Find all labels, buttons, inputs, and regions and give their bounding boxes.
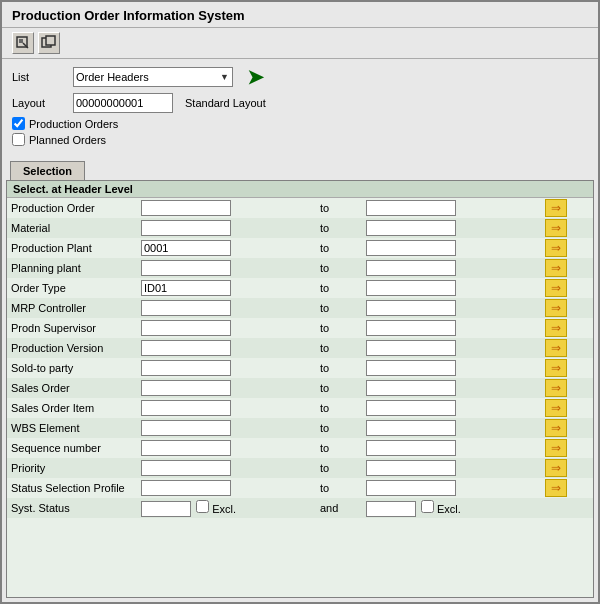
list-select[interactable]: Order Headers xyxy=(73,67,233,87)
form-section: List Order Headers ➤ Layout Standard Lay… xyxy=(2,59,598,155)
table-row: Status Selection Profile to ⇒ xyxy=(7,478,593,498)
layout-label: Layout xyxy=(12,97,67,109)
arrow-button[interactable]: ⇒ xyxy=(545,279,567,297)
arrow-button[interactable]: ⇒ xyxy=(545,459,567,477)
planned-orders-row: Planned Orders xyxy=(12,133,588,146)
main-window: Production Order Information System List… xyxy=(0,0,600,604)
table-row: Planning plant to ⇒ xyxy=(7,258,593,278)
field-input-2[interactable] xyxy=(366,380,456,396)
field-input-2[interactable] xyxy=(366,220,456,236)
svg-rect-1 xyxy=(19,39,23,43)
arrow-button[interactable]: ⇒ xyxy=(545,379,567,397)
to-label: to xyxy=(316,378,362,398)
field-label: Sales Order xyxy=(7,378,137,398)
field-label: Production Plant xyxy=(7,238,137,258)
layout-input[interactable] xyxy=(73,93,173,113)
field-input-1[interactable] xyxy=(141,420,231,436)
field-label: Sold-to party xyxy=(7,358,137,378)
table-row: Production Plant to ⇒ xyxy=(7,238,593,258)
section-header: Select. at Header Level xyxy=(7,181,593,198)
field-input-1[interactable] xyxy=(141,240,231,256)
to-label: to xyxy=(316,398,362,418)
field-input-2[interactable] xyxy=(366,340,456,356)
field-label-syst-status: Syst. Status xyxy=(7,498,137,518)
field-input-1[interactable] xyxy=(141,380,231,396)
list-label: List xyxy=(12,71,67,83)
toolbar-btn-2[interactable] xyxy=(38,32,60,54)
field-input-syst-status-2[interactable] xyxy=(366,501,416,517)
field-label: Production Order xyxy=(7,198,137,218)
production-orders-row: Production Orders xyxy=(12,117,588,130)
field-input-1[interactable] xyxy=(141,480,231,496)
field-label: Order Type xyxy=(7,278,137,298)
svg-rect-4 xyxy=(46,36,55,45)
field-input-2[interactable] xyxy=(366,200,456,216)
production-orders-checkbox[interactable] xyxy=(12,117,25,130)
field-label: Sales Order Item xyxy=(7,398,137,418)
field-input-1[interactable] xyxy=(141,400,231,416)
to-label: to xyxy=(316,278,362,298)
tab-selection[interactable]: Selection xyxy=(10,161,85,180)
excl-checkbox-1[interactable] xyxy=(196,500,209,513)
field-label: Status Selection Profile xyxy=(7,478,137,498)
field-input-2[interactable] xyxy=(366,440,456,456)
arrow-button[interactable]: ⇒ xyxy=(545,319,567,337)
arrow-button[interactable]: ⇒ xyxy=(545,259,567,277)
arrow-button[interactable]: ⇒ xyxy=(545,439,567,457)
field-input-syst-status-1[interactable] xyxy=(141,501,191,517)
table-row: Production Version to ⇒ xyxy=(7,338,593,358)
table-row: Sales Order to ⇒ xyxy=(7,378,593,398)
field-input-1[interactable] xyxy=(141,260,231,276)
to-label: to xyxy=(316,358,362,378)
field-input-1[interactable] xyxy=(141,440,231,456)
field-input-1[interactable] xyxy=(141,460,231,476)
excl-checkbox-2[interactable] xyxy=(421,500,434,513)
arrow-button[interactable]: ⇒ xyxy=(545,339,567,357)
field-input-2[interactable] xyxy=(366,460,456,476)
arrow-button[interactable]: ⇒ xyxy=(545,299,567,317)
arrow-button[interactable]: ⇒ xyxy=(545,199,567,217)
field-input-2[interactable] xyxy=(366,300,456,316)
and-label: and xyxy=(316,498,362,518)
field-input-2[interactable] xyxy=(366,400,456,416)
field-input-2[interactable] xyxy=(366,360,456,376)
toolbar xyxy=(2,28,598,59)
field-input-1[interactable] xyxy=(141,340,231,356)
field-label: Production Version xyxy=(7,338,137,358)
field-label: Sequence number xyxy=(7,438,137,458)
to-label: to xyxy=(316,298,362,318)
title-bar: Production Order Information System xyxy=(2,2,598,28)
arrow-button[interactable]: ⇒ xyxy=(545,359,567,377)
field-input-2[interactable] xyxy=(366,320,456,336)
field-label: WBS Element xyxy=(7,418,137,438)
field-input-1[interactable] xyxy=(141,220,231,236)
planned-orders-checkbox[interactable] xyxy=(12,133,25,146)
field-label: MRP Controller xyxy=(7,298,137,318)
tab-bar: Selection xyxy=(2,161,598,180)
arrow-button[interactable]: ⇒ xyxy=(545,399,567,417)
field-label: Material xyxy=(7,218,137,238)
to-label: to xyxy=(316,438,362,458)
field-input-2[interactable] xyxy=(366,260,456,276)
field-label: Planning plant xyxy=(7,258,137,278)
field-input-1[interactable] xyxy=(141,200,231,216)
field-input-1[interactable] xyxy=(141,280,231,296)
field-label: Priority xyxy=(7,458,137,478)
field-input-1[interactable] xyxy=(141,320,231,336)
arrow-button[interactable]: ⇒ xyxy=(545,419,567,437)
table-row: Order Type to ⇒ xyxy=(7,278,593,298)
arrow-button[interactable]: ⇒ xyxy=(545,219,567,237)
field-input-2[interactable] xyxy=(366,420,456,436)
fields-table: Production Order to ⇒ Material to ⇒ xyxy=(7,198,593,518)
toolbar-btn-1[interactable] xyxy=(12,32,34,54)
arrow-button[interactable]: ⇒ xyxy=(545,479,567,497)
arrow-button[interactable]: ⇒ xyxy=(545,239,567,257)
field-input-2[interactable] xyxy=(366,480,456,496)
list-select-wrapper: Order Headers xyxy=(73,67,233,87)
field-input-1[interactable] xyxy=(141,360,231,376)
field-input-2[interactable] xyxy=(366,280,456,296)
arrow-annotation-list: ➤ xyxy=(247,65,264,89)
field-input-1[interactable] xyxy=(141,300,231,316)
table-row: Sold-to party to ⇒ xyxy=(7,358,593,378)
field-input-2[interactable] xyxy=(366,240,456,256)
